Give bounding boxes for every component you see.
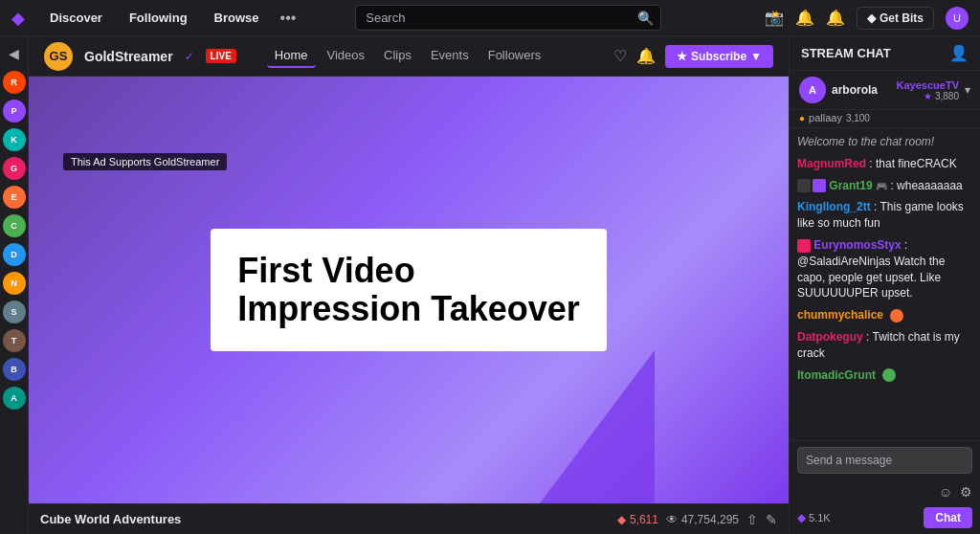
sidebar-avatar-1[interactable]: R (3, 71, 26, 94)
sidebar-avatar-9[interactable]: S (3, 300, 26, 323)
sidebar-avatar-4[interactable]: G (3, 157, 26, 180)
chat-user-settings-icon[interactable]: 👤 (949, 44, 969, 62)
channel-nav-clips[interactable]: Clips (376, 44, 419, 68)
sidebar-avatar-6[interactable]: C (3, 214, 26, 237)
main-layout: ◀ R P K G E C D N S T B A GS GoldStreame… (0, 36, 980, 534)
sidebar-avatar-7[interactable]: D (3, 243, 26, 266)
channel-nav-home[interactable]: Home (267, 44, 316, 68)
chat-dropdown-icon[interactable]: ▾ (965, 83, 970, 97)
channel-header: GS GoldStreamer ✓ LIVE Home Videos Clips… (29, 36, 789, 77)
chat-message-2: Kingllong_2tt : This game looks like so … (797, 199, 972, 232)
nav-right-actions: 📸 🔔 🔔 ◆ Get Bits U (765, 7, 969, 30)
featured-user-1-viewers: ★ 3,880 (897, 91, 959, 101)
ad-banner: This Ad Supports GoldStreamer (63, 153, 227, 170)
chat-input[interactable] (797, 447, 972, 474)
video-player[interactable]: This Ad Supports GoldStreamer First Vide… (29, 77, 789, 503)
chat-send-button[interactable]: Chat (924, 507, 972, 528)
chat-streamer-name: arborola (832, 83, 891, 97)
nav-discover[interactable]: Discover (44, 7, 108, 29)
stream-meta: ◆ 5,611 👁 47,754,295 ⇧ ✎ (617, 512, 777, 527)
chat-streamer-avatar[interactable]: A (799, 77, 826, 103)
inbox-icon[interactable]: 📸 (765, 9, 784, 27)
notify-button[interactable]: 🔔 (636, 47, 656, 65)
chat-input-area (790, 440, 980, 479)
channel-nav-events[interactable]: Events (423, 44, 477, 68)
clip-icon[interactable]: ✎ (766, 512, 777, 527)
video-overlay: First VideoImpression Takeover (211, 229, 607, 350)
heart-button[interactable]: ♡ (613, 47, 627, 65)
featured-user-2-row: ● pallaay 3,100 (790, 110, 980, 128)
featured-user-1-name[interactable]: KayescueTV (897, 79, 959, 91)
sidebar-avatar-2[interactable]: P (3, 100, 26, 122)
channel-avatar[interactable]: GS (44, 42, 73, 71)
chat-message-6: ItomadicGrunt (797, 367, 972, 384)
sidebar-avatar-5[interactable]: E (3, 186, 26, 209)
chat-username-4[interactable]: chummychalice (797, 308, 883, 322)
eye-icon: 👁 (666, 513, 678, 526)
chat-welcome-msg: Welcome to the chat room! (797, 134, 972, 150)
decorative-triangle (540, 350, 655, 503)
verified-icon: ✓ (185, 50, 194, 63)
chat-message-4: chummychalice (797, 307, 972, 323)
sidebar-avatar-3[interactable]: K (3, 128, 26, 151)
channel-nav-videos[interactable]: Videos (320, 44, 373, 68)
sidebar-avatar-12[interactable]: A (3, 387, 26, 410)
chat-featured-users: KayescueTV ★ 3,880 (897, 79, 959, 101)
channel-actions: ♡ 🔔 ★ Subscribe ▼ (613, 45, 773, 68)
chat-username-6[interactable]: ItomadicGrunt (797, 368, 876, 382)
chat-bottom-bar: ◆ 5.1K Chat (790, 503, 980, 534)
chat-message-3: EurynomosStyx : @SaladiAreNinjas Watch t… (797, 237, 972, 301)
chat-user-row: A arborola KayescueTV ★ 3,880 ▾ (790, 71, 980, 110)
nav-following[interactable]: Following (123, 7, 193, 29)
user-avatar[interactable]: U (946, 7, 969, 30)
smiley-icon[interactable]: ☺ (939, 484, 952, 500)
stream-title: Cube World Adventures (40, 512, 181, 526)
notifications-icon[interactable]: 🔔 (795, 9, 814, 27)
search-bar: 🔍 (355, 5, 661, 31)
chevron-down-icon: ▼ (750, 50, 762, 63)
chat-message-5: Datpokeguy : Twitch chat is my crack (797, 329, 972, 362)
sidebar-avatar-8[interactable]: N (3, 272, 26, 295)
settings-icon[interactable]: ⚙ (960, 484, 972, 500)
share-icon[interactable]: ⇧ (746, 512, 758, 527)
sidebar-avatar-11[interactable]: B (3, 358, 26, 381)
stream-chat-panel: STREAM CHAT 👤 A arborola KayescueTV ★ 3,… (789, 36, 980, 534)
live-badge: LIVE (206, 49, 236, 63)
stream-info-bar: Cube World Adventures ◆ 5,611 👁 47,754,2… (29, 503, 789, 534)
left-sidebar: ◀ R P K G E C D N S T B A (0, 36, 29, 534)
nav-browse[interactable]: Browse (209, 7, 265, 29)
search-icon[interactable]: 🔍 (637, 11, 654, 26)
chat-title: STREAM CHAT (801, 46, 891, 60)
twitch-logo[interactable]: ◆ (11, 8, 25, 29)
channel-nav-followers[interactable]: Followers (480, 44, 549, 68)
chat-input-actions: ☺ ⚙ (790, 484, 980, 503)
get-bits-button[interactable]: ◆ Get Bits (857, 7, 934, 30)
chat-username-1[interactable]: Grant19 (829, 179, 872, 192)
bell-icon[interactable]: 🔔 (826, 9, 845, 27)
search-input[interactable] (355, 5, 661, 31)
chat-messages: Welcome to the chat room! MagnumRed : th… (790, 128, 980, 440)
chat-user-info: arborola (832, 83, 891, 97)
chat-header: STREAM CHAT 👤 (790, 36, 980, 71)
bits-gem-icon: ◆ (797, 511, 806, 524)
featured-user-2-viewers: 3,100 (846, 113, 870, 123)
chat-username-2[interactable]: Kingllong_2tt (797, 200, 871, 213)
featured-user-2-name: pallaay (809, 112, 842, 123)
top-navigation: ◆ Discover Following Browse ••• 🔍 📸 🔔 🔔 … (0, 0, 980, 36)
video-overlay-title: First VideoImpression Takeover (237, 252, 580, 327)
sidebar-avatar-10[interactable]: T (3, 329, 26, 352)
star-icon: ★ (677, 50, 687, 63)
bits-counter[interactable]: ◆ 5.1K (797, 511, 831, 524)
channel-name[interactable]: GoldStreamer (84, 49, 173, 64)
channel-navigation: Home Videos Clips Events Followers (267, 44, 548, 68)
chat-username-0[interactable]: MagnumRed (797, 157, 866, 170)
bits-gem-icon: ◆ (867, 11, 876, 25)
subscribe-button[interactable]: ★ Subscribe ▼ (665, 45, 773, 68)
chat-username-5[interactable]: Datpokeguy (797, 330, 863, 344)
content-area: GS GoldStreamer ✓ LIVE Home Videos Clips… (29, 36, 789, 534)
sidebar-collapse-icon[interactable]: ◀ (3, 42, 26, 65)
chat-username-3[interactable]: EurynomosStyx (813, 238, 901, 252)
nav-more-dots[interactable]: ••• (280, 10, 297, 27)
chat-message-0: MagnumRed : that fineCRACK (797, 156, 972, 172)
viewers-gem-icon: ◆ (617, 513, 626, 526)
